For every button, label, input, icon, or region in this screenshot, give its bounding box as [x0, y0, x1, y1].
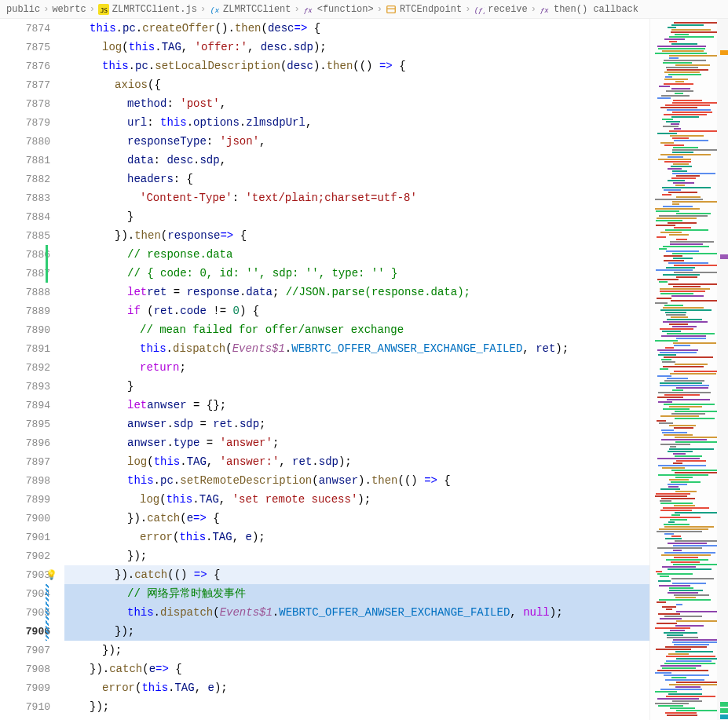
crumb-fn[interactable]: ƒx <function> — [303, 4, 374, 15]
line-number[interactable]: 7905 — [0, 603, 64, 622]
code-line[interactable]: 'Content-Type': 'text/plain;charset=utf-… — [64, 188, 649, 207]
line-number[interactable]: 7883 — [0, 188, 64, 207]
code-line[interactable]: }).catch(e => { — [64, 509, 649, 528]
line-number[interactable]: 7874 — [0, 19, 64, 38]
code-line[interactable]: headers: { — [64, 170, 649, 188]
line-number[interactable]: 7889 — [0, 302, 64, 320]
minimap[interactable] — [649, 19, 728, 720]
minimap-marker[interactable] — [720, 50, 728, 55]
code-line[interactable]: // { code: 0, id: '', sdp: '', type: '' … — [64, 264, 649, 283]
code-line[interactable]: }).catch(() => { — [64, 565, 649, 584]
line-number[interactable]: 7877 — [0, 75, 64, 94]
line-number[interactable]: 7878 — [0, 94, 64, 113]
line-number[interactable]: 7901 — [0, 528, 64, 546]
code-area[interactable]: this.pc.createOffer().then(desc => {log(… — [64, 19, 649, 720]
line-number[interactable]: 7885 — [0, 226, 64, 245]
code-line[interactable]: }); — [64, 641, 649, 660]
minimap-line — [671, 316, 688, 318]
line-number[interactable]: 7906 — [0, 622, 64, 641]
code-line[interactable]: return; — [64, 358, 649, 377]
crumb-var[interactable]: (x) ZLMRTCClient — [209, 4, 291, 15]
minimap-line — [668, 74, 701, 75]
code-line[interactable]: // 网络异常时触发事件 — [64, 584, 649, 603]
line-number[interactable]: 7886 — [0, 245, 64, 264]
line-number[interactable]: 7902 — [0, 546, 64, 565]
line-number[interactable]: 7898 — [0, 471, 64, 490]
code-line[interactable]: this.dispatch(Events$1.WEBRTC_OFFER_ANWS… — [64, 603, 649, 622]
line-number[interactable]: 7910 — [0, 697, 64, 716]
code-line[interactable]: axios({ — [64, 75, 649, 94]
line-number[interactable]: 7884 — [0, 207, 64, 226]
code-line[interactable]: }).catch(e => { — [64, 660, 649, 678]
minimap-line — [666, 67, 698, 68]
code-line[interactable]: log(this.TAG, 'offer:', desc.sdp); — [64, 38, 649, 57]
breadcrumb[interactable]: public › webrtc › JS ZLMRTCClient.js › (… — [0, 0, 728, 19]
minimap-line — [662, 50, 704, 52]
line-number[interactable]: 7879 — [0, 113, 64, 132]
code-line[interactable]: }).then(response => { — [64, 226, 649, 245]
line-number[interactable]: 7875 — [0, 38, 64, 57]
code-line[interactable]: anwser.sdp = ret.sdp; — [64, 415, 649, 433]
line-number[interactable]: 7887 — [0, 264, 64, 283]
line-number[interactable]: 7893 — [0, 377, 64, 396]
crumb-file[interactable]: JS ZLMRTCClient.js — [98, 4, 197, 15]
code-line[interactable]: if (ret.code != 0) { — [64, 302, 649, 320]
minimap-line — [668, 653, 689, 655]
line-number[interactable]: 7896 — [0, 433, 64, 452]
code-line[interactable]: error(this.TAG, e); — [64, 678, 649, 697]
code-line[interactable]: }); — [64, 622, 649, 641]
crumb-callback[interactable]: ƒx then() callback — [540, 4, 638, 15]
minimap-line — [669, 36, 714, 38]
minimap-marker[interactable] — [720, 254, 728, 259]
crumb-class[interactable]: RTCEndpoint — [386, 4, 462, 15]
minimap-scroll-overlay[interactable] — [717, 19, 728, 720]
line-number[interactable]: 7904 — [0, 584, 64, 603]
line-number[interactable]: 7909 — [0, 678, 64, 697]
line-number[interactable]: 7900 — [0, 509, 64, 528]
code-line[interactable]: }); — [64, 697, 649, 716]
line-number[interactable]: 7882 — [0, 170, 64, 188]
crumb-webrtc[interactable]: webrtc — [52, 4, 86, 15]
minimap-marker[interactable] — [720, 702, 728, 707]
code-line[interactable]: data: desc.sdp, — [64, 151, 649, 170]
line-number[interactable]: 7897 — [0, 452, 64, 471]
line-number[interactable]: 7880 — [0, 132, 64, 151]
code-line[interactable]: error(this.TAG, e); — [64, 528, 649, 546]
lightbulb-icon[interactable]: 💡 — [46, 569, 57, 581]
line-number-gutter[interactable]: 7874787578767877787878797880788178827883… — [0, 19, 64, 720]
code-line[interactable]: url: this.options.zlmsdpUrl, — [64, 113, 649, 132]
code-line[interactable]: responseType: 'json', — [64, 132, 649, 151]
code-line[interactable]: this.pc.setLocalDescription(desc).then((… — [64, 57, 649, 75]
line-number[interactable]: 7899 — [0, 490, 64, 509]
line-number[interactable]: 7881 — [0, 151, 64, 170]
code-line[interactable]: this.dispatch(Events$1.WEBRTC_OFFER_ANWS… — [64, 339, 649, 358]
crumb-method[interactable]: (ƒ) receive — [474, 4, 527, 15]
code-line[interactable]: this.pc.createOffer().then(desc => { — [64, 19, 649, 38]
line-number[interactable]: 7888 — [0, 283, 64, 302]
line-number[interactable]: 7890 — [0, 320, 64, 339]
code-line[interactable]: this.pc.setRemoteDescription(anwser).the… — [64, 471, 649, 490]
minimap-marker[interactable] — [720, 708, 728, 713]
minimap-marker[interactable] — [720, 715, 728, 719]
line-number[interactable]: 7895 — [0, 415, 64, 433]
line-number[interactable]: 7894 — [0, 396, 64, 415]
line-number[interactable]: 7907 — [0, 641, 64, 660]
editor[interactable]: 7874787578767877787878797880788178827883… — [0, 19, 728, 720]
code-line[interactable]: // mean failed for offer/anwser exchange — [64, 320, 649, 339]
code-line[interactable]: log(this.TAG, 'set remote sucess'); — [64, 490, 649, 509]
code-line[interactable]: }); — [64, 546, 649, 565]
code-line[interactable]: let anwser = {}; — [64, 396, 649, 415]
code-line[interactable]: let ret = response.data; //JSON.parse(re… — [64, 283, 649, 302]
code-line[interactable]: } — [64, 207, 649, 226]
line-number[interactable]: 7908 — [0, 660, 64, 678]
crumb-public[interactable]: public — [6, 4, 40, 15]
code-line[interactable]: method: 'post', — [64, 94, 649, 113]
line-number[interactable]: 💡7903 — [0, 565, 64, 584]
code-line[interactable]: anwser.type = 'answer'; — [64, 433, 649, 452]
code-line[interactable]: log(this.TAG, 'answer:', ret.sdp); — [64, 452, 649, 471]
line-number[interactable]: 7891 — [0, 339, 64, 358]
line-number[interactable]: 7892 — [0, 358, 64, 377]
code-line[interactable]: // response.data — [64, 245, 649, 264]
line-number[interactable]: 7876 — [0, 57, 64, 75]
code-line[interactable]: } — [64, 377, 649, 396]
